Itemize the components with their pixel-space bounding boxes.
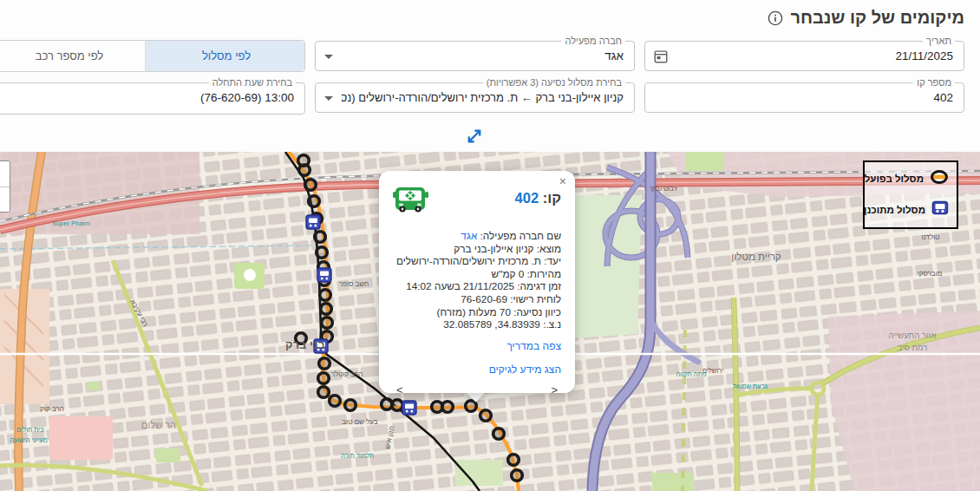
map-label: בית חולים (16, 426, 44, 434)
popup-link[interactable]: הצג מידע לגיקים (393, 363, 561, 376)
vehicle-sample-marker[interactable] (321, 304, 332, 315)
planned-stop-marker[interactable] (402, 401, 416, 415)
view-mode-tabs: לפי מספר רכב לפי מסלול (0, 40, 305, 72)
vehicle-sample-marker[interactable] (305, 180, 317, 191)
planned-stop-marker[interactable] (306, 215, 320, 229)
map-label: פתח תקווה (676, 370, 707, 378)
zoom-in-button[interactable]: + (0, 161, 10, 187)
line-number-field[interactable]: מספר קו 402 (644, 82, 964, 113)
operator-select[interactable]: חברה מפעילה אגד (315, 41, 635, 71)
vehicle-sample-marker[interactable] (493, 429, 505, 440)
map-label: רמת סיב (898, 343, 928, 352)
vehicle-sample-marker[interactable] (309, 196, 320, 207)
popup-field: יעד: ת. מרכזית ירושלים/הורדה-ירושלים (393, 255, 561, 268)
chevron-down-icon (324, 55, 333, 59)
popup-line-number: 402 (515, 190, 539, 206)
route-select[interactable]: בחירת מסלול נסיעה (3 אפשרויות) קניון איי… (315, 82, 635, 113)
vehicle-sample-marker[interactable] (317, 247, 328, 259)
popup-field: נ.צ.: 34.83939, 32.085789 (393, 318, 561, 331)
page-title: מיקומים של קו שנבחר (768, 8, 964, 28)
info-icon[interactable] (768, 10, 783, 26)
map-label: קריית מטלון (731, 252, 781, 262)
planned-stop-marker[interactable] (317, 268, 331, 282)
map-label: בני ברק (285, 338, 325, 351)
operator-select-value: אגד (342, 42, 624, 70)
map-legend: מסלול בפועל מסלול מתוכנן (863, 160, 958, 229)
map-label: מעייני הישועה (10, 436, 48, 444)
vehicle-sample-marker[interactable] (315, 232, 326, 243)
vehicle-sample-marker[interactable] (322, 318, 333, 329)
legend-item-planned: מסלול מתוכנן (870, 200, 949, 219)
popup-fields: שם חברה מפעילה: אגדמוצא: קניון איילון-בנ… (393, 230, 561, 331)
vehicle-sample-marker[interactable] (318, 373, 330, 384)
line-number-value: 402 (671, 83, 953, 112)
vehicle-sample-marker[interactable] (480, 410, 492, 422)
close-icon[interactable]: × (559, 175, 566, 187)
date-field[interactable]: תאריך 21/11/2025 (644, 41, 964, 71)
map-label: הרב קוטלר (331, 370, 363, 378)
map-label: ז'בוטינסקי (650, 185, 677, 193)
actual-route-marker-icon (930, 170, 949, 187)
page-title-text: מיקומים של קו שנבחר (790, 8, 964, 28)
map-label: הרב קוק (40, 405, 64, 413)
vehicle-sample-marker[interactable] (392, 400, 403, 411)
map-label: גבעת שמואל (733, 383, 768, 390)
map[interactable]: בני ברקקריית מטלוןהר שלוםאזור התעשייהרמת… (0, 152, 980, 491)
map-label: טולדנו (921, 233, 939, 241)
vehicle-sample-marker[interactable] (319, 358, 330, 370)
calendar-icon[interactable] (653, 49, 669, 68)
start-time-value: 13:00 (76-620-69) (10, 83, 294, 112)
vehicle-sample-marker[interactable] (345, 400, 356, 411)
map-label: בעל שם טוב (342, 418, 378, 426)
map-label: אזור התעשייה (889, 331, 937, 340)
expand-map-icon[interactable] (465, 127, 484, 146)
next-vehicle-chevron[interactable]: > (549, 383, 559, 396)
popup-field: מהירות: 0 קמ"ש (393, 268, 561, 281)
prev-vehicle-chevron[interactable]: < (395, 383, 405, 396)
map-label: חשב סופר (339, 280, 369, 288)
start-time-select[interactable]: בחירת שעת התחלה 13:00 (76-620-69) (0, 82, 305, 115)
legend-label: מסלול מתוכנן (864, 205, 925, 215)
line-info-popup: × קו: 402 (379, 171, 575, 393)
popup-field: כיוון נסיעה: 70 מעלות (מזרח) (393, 306, 561, 319)
map-label: תלמוד תורה (341, 452, 374, 460)
popup-field: לוחית רישוי: 76-620-69 (393, 293, 561, 306)
popup-title: קו: 402 (515, 190, 561, 206)
legend-label: מסלול בפועל (865, 173, 924, 184)
popup-links: צפה במדריךהצג מידע לגיקים (393, 340, 561, 376)
tab-by-vehicle[interactable]: לפי מספר רכב (0, 41, 146, 71)
vehicle-sample-marker[interactable] (466, 401, 477, 412)
vehicle-sample-marker[interactable] (330, 396, 341, 407)
tab-by-route[interactable]: לפי מסלול (146, 41, 305, 71)
popup-field: שם חברה מפעילה: אגד (393, 230, 561, 243)
vehicle-sample-marker[interactable] (320, 290, 331, 301)
chevron-down-icon (324, 96, 333, 101)
map-label: מוברסקי (918, 270, 942, 278)
popup-header: קו: 402 (393, 185, 561, 218)
route-select-value: קניון איילון-בני ברק ← ת. מרכזית ירושלים… (342, 83, 624, 112)
zoom-out-button[interactable]: − (0, 187, 10, 212)
vehicle-sample-marker[interactable] (512, 470, 523, 481)
legend-item-actual: מסלול בפועל (870, 170, 949, 187)
popup-field: מוצא: קניון איילון-בני ברק (393, 243, 561, 256)
map-label: Super Pharm (52, 219, 90, 227)
vehicle-sample-marker[interactable] (298, 155, 310, 167)
map-label: הר שלום (141, 420, 176, 430)
vehicle-sample-marker[interactable] (508, 455, 519, 466)
vehicle-sample-marker[interactable] (442, 402, 454, 413)
popup-link[interactable]: צפה במדריך (393, 340, 561, 352)
vehicle-sample-marker[interactable] (318, 387, 330, 398)
date-field-value: 21/11/2025 (671, 42, 953, 70)
operator-link[interactable]: אגד (461, 230, 477, 242)
map-zoom-control: + − (0, 160, 10, 213)
bus-icon (393, 185, 429, 218)
popup-field: זמן דגימה: 21/11/2025 בשעה 14:02 (393, 280, 561, 293)
planned-route-marker-icon (931, 200, 949, 219)
popup-pagination: < > (393, 383, 561, 396)
